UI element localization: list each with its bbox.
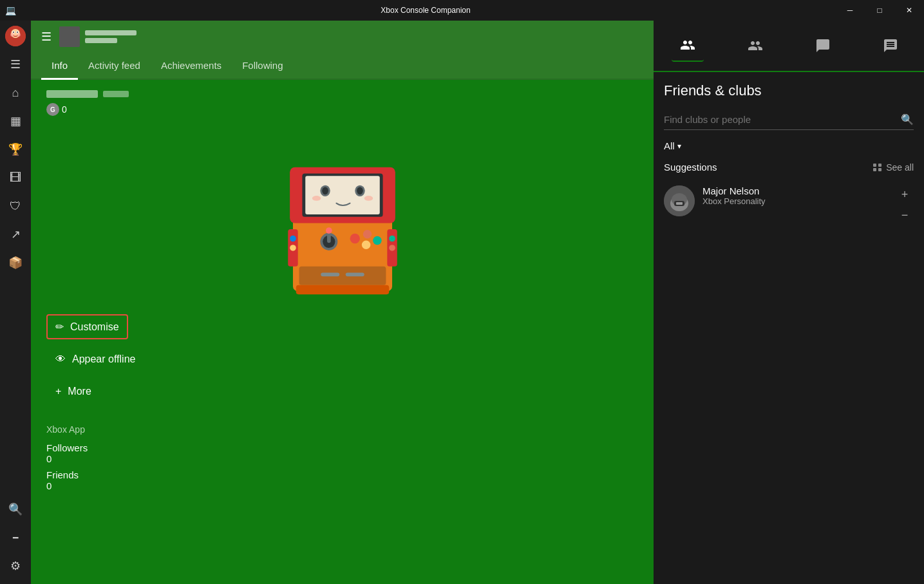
customise-button[interactable]: ✏ Customise [46, 314, 128, 339]
titlebar: 💻 Xbox Console Companion ─ □ ✕ [0, 0, 924, 21]
gamerscore: G 0 [46, 103, 129, 116]
rp-notifications-icon[interactable] [874, 30, 907, 62]
edit-icon: ✏ [55, 321, 64, 333]
more-button[interactable]: + More [46, 379, 100, 404]
hamburger-icon[interactable]: ☰ [41, 30, 52, 44]
trending-icon: ↗ [11, 227, 21, 241]
header-user-block [59, 26, 137, 47]
lfg-icon: 📦 [8, 256, 23, 270]
right-panel-topbar [654, 21, 924, 72]
settings-icon: ⚙ [10, 559, 21, 573]
shield-icon: 🛡 [10, 200, 21, 213]
close-button[interactable]: ✕ [894, 0, 924, 21]
svg-rect-33 [321, 272, 339, 276]
followers-value: 0 [46, 453, 638, 464]
tab-achievements[interactable]: Achievements [151, 53, 232, 80]
svg-point-30 [361, 240, 370, 249]
titlebar-icon: 💻 [5, 5, 16, 15]
profile-content: G 0 [31, 80, 654, 584]
sidebar-item-captures[interactable]: 🎞 [3, 165, 28, 191]
svg-point-29 [363, 230, 371, 238]
trophy-icon: 🏆 [8, 142, 23, 156]
sidebar-item-lfg[interactable]: 📦 [3, 250, 28, 276]
header-username-line2 [85, 38, 117, 43]
svg-point-17 [364, 196, 372, 201]
appear-offline-button[interactable]: 👁 Appear offline [46, 347, 144, 372]
sidebar-item-store[interactable]: ▦ [3, 108, 28, 134]
rp-chat-icon[interactable] [807, 30, 839, 62]
gamerscore-value: 0 [62, 104, 67, 115]
major-nelson-subtitle: Xbox Personality [702, 196, 888, 206]
remote-icon: ━ [13, 532, 18, 543]
header-username-line1 [85, 30, 137, 35]
see-all-button[interactable]: See all [873, 162, 914, 173]
tab-activity-feed[interactable]: Activity feed [78, 53, 151, 80]
sidebar-item-search[interactable]: 🔍 [3, 496, 28, 522]
followers-row: Followers 0 [46, 442, 638, 464]
see-all-text: See all [886, 162, 914, 173]
profile-name-line1 [46, 90, 98, 98]
home-icon: ⌂ [12, 86, 19, 100]
svg-point-14 [322, 187, 328, 195]
rp-friends-icon[interactable] [672, 30, 704, 62]
header-bar: ☰ [31, 21, 654, 53]
svg-point-7 [17, 33, 21, 37]
nav-tabs: Info Activity feed Achievements Followin… [31, 53, 654, 80]
svg-point-22 [389, 236, 395, 242]
sidebar-item-home[interactable]: ⌂ [3, 80, 28, 106]
svg-rect-35 [296, 285, 388, 294]
right-panel: Friends & clubs 🔍 All ▾ Suggestions [654, 21, 924, 584]
gamerscore-icon: G [46, 103, 59, 116]
sidebar-item-menu[interactable]: ☰ [3, 52, 28, 77]
major-nelson-name: Major Nelson [702, 185, 888, 196]
app-body: ☰ ⌂ ▦ 🏆 🎞 🛡 ↗ 📦 🔍 ━ ⚙ [0, 21, 924, 584]
plus-icon: + [55, 386, 61, 397]
titlebar-left: 💻 [5, 5, 16, 15]
svg-rect-34 [345, 272, 364, 276]
person-actions: + − [896, 185, 914, 224]
filter-label[interactable]: All [664, 140, 675, 151]
arcade-illustration [272, 130, 413, 297]
sidebar-item-settings[interactable]: ⚙ [3, 553, 28, 579]
svg-rect-11 [305, 176, 380, 214]
sidebar: ☰ ⌂ ▦ 🏆 🎞 🛡 ↗ 📦 🔍 ━ ⚙ [0, 21, 31, 584]
svg-point-28 [350, 234, 359, 243]
grid-icon [873, 164, 882, 171]
sidebar-item-trending[interactable]: ↗ [3, 221, 28, 247]
header-username-lines [85, 30, 137, 43]
svg-point-15 [357, 187, 363, 195]
xbox-app-label: Xbox App [46, 424, 638, 435]
header-avatar-image [59, 26, 80, 47]
search-icon[interactable]: 🔍 [901, 113, 914, 126]
svg-rect-40 [676, 202, 683, 205]
profile-header: G 0 [46, 90, 638, 116]
suggestions-label: Suggestions [664, 162, 717, 173]
sidebar-item-family[interactable]: 🛡 [3, 193, 28, 219]
person-card-major-nelson: Major Nelson Xbox Personality + − [664, 180, 914, 229]
minimize-button[interactable]: ─ [835, 0, 865, 21]
sidebar-item-remote[interactable]: ━ [3, 525, 28, 551]
filter-row: All ▾ [664, 140, 914, 151]
rp-content: Friends & clubs 🔍 All ▾ Suggestions [654, 72, 924, 584]
maximize-button[interactable]: □ [865, 0, 894, 21]
profile-top-row [46, 90, 129, 98]
menu-icon: ☰ [10, 57, 21, 71]
major-nelson-avatar [664, 185, 695, 216]
search-sidebar-icon: 🔍 [8, 502, 23, 516]
rp-title: Friends & clubs [664, 82, 914, 99]
svg-point-19 [290, 236, 296, 242]
tab-info[interactable]: Info [41, 53, 78, 80]
sidebar-item-achievements[interactable]: 🏆 [3, 137, 28, 162]
filter-chevron-icon[interactable]: ▾ [677, 142, 681, 151]
tab-following[interactable]: Following [232, 53, 293, 80]
remove-person-button[interactable]: − [896, 206, 914, 224]
search-bar: 🔍 [664, 109, 914, 130]
add-person-button[interactable]: + [896, 185, 914, 203]
rp-groups-icon[interactable] [739, 30, 771, 62]
search-input[interactable] [664, 114, 901, 125]
arcade-container [46, 124, 638, 304]
svg-point-31 [373, 236, 381, 245]
content-area: ☰ Info Activity feed Achievements Follow [31, 21, 654, 584]
svg-point-27 [326, 227, 332, 234]
sidebar-avatar[interactable] [5, 26, 26, 46]
